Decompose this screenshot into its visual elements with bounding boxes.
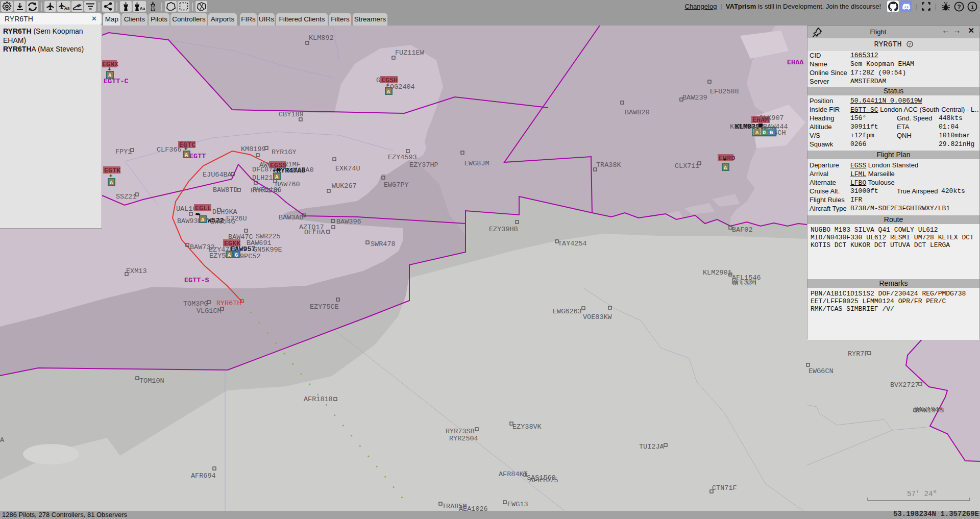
svg-text:EWG13: EWG13	[507, 501, 528, 508]
svg-text:FPY1: FPY1	[115, 148, 132, 156]
svg-text:RYK4136: RYK4136	[251, 187, 280, 194]
svg-text:i: i	[970, 4, 974, 11]
svg-text:BAW8TD: BAW8TD	[213, 186, 238, 194]
svg-text:AFR694: AFR694	[191, 472, 216, 480]
svg-text:?: ?	[957, 4, 961, 11]
svg-text:TUI2JA: TUI2JA	[639, 443, 665, 451]
svg-text:RYR73SB: RYR73SB	[446, 428, 475, 435]
svg-text:K47A0: K47A0	[293, 166, 314, 174]
svg-text:KLM892: KLM892	[309, 34, 334, 42]
svg-text:EGLL: EGLL	[195, 205, 211, 212]
svg-text:EWG8JM: EWG8JM	[464, 160, 489, 167]
svg-text:+: +	[723, 157, 726, 163]
svg-text:TRA38K: TRA38K	[596, 161, 622, 169]
svg-text:57' 24": 57' 24"	[907, 490, 937, 498]
svg-text:SSZ21: SSZ21	[116, 193, 137, 201]
svg-text:EHAA: EHAA	[787, 59, 804, 66]
svg-text:KM8199: KM8199	[241, 145, 266, 153]
svg-text:D: D	[763, 130, 766, 136]
svg-text:CLX711: CLX711	[675, 162, 700, 170]
svg-text:EXK74U: EXK74U	[335, 165, 360, 172]
svg-text:EGTT-S: EGTT-S	[184, 277, 209, 284]
svg-text:BAW194X: BAW194X	[914, 406, 943, 413]
svg-text:WUK267: WUK267	[332, 182, 357, 190]
svg-text:EWG6CN: EWG6CN	[808, 367, 834, 375]
svg-text:RYR1GY: RYR1GY	[272, 149, 297, 156]
svg-text:A: A	[724, 165, 727, 171]
svg-text:EZY4593: EZY4593	[388, 154, 417, 161]
svg-text:BVX2727: BVX2727	[890, 381, 919, 389]
svg-text:DEL321: DEL321	[732, 280, 757, 287]
svg-text:CTN71F: CTN71F	[712, 484, 737, 492]
svg-text:AFR1075: AFR1075	[529, 477, 558, 484]
svg-text:CLF366: CLF366	[157, 146, 182, 154]
svg-text:EWG7PY: EWG7PY	[384, 181, 409, 189]
svg-text:EZY37HP: EZY37HP	[409, 161, 438, 169]
svg-text:AFR84KT: AFR84KT	[499, 471, 528, 478]
svg-text:VOE83KW: VOE83KW	[583, 313, 612, 321]
svg-text:EGTK: EGTK	[104, 167, 121, 175]
svg-text:A: A	[185, 152, 188, 158]
svg-text:OEEHA: OEEHA	[304, 229, 325, 236]
svg-text:EXM13: EXM13	[126, 267, 147, 275]
svg-text:EGTT-C: EGTT-C	[104, 78, 129, 85]
svg-text:EGTT: EGTT	[189, 153, 206, 160]
svg-text:BAW396: BAW396	[336, 218, 361, 226]
svg-text:EZY38VK: EZY38VK	[512, 423, 542, 431]
svg-text:VLG1CM: VLG1CM	[197, 307, 222, 315]
svg-text:G: G	[770, 130, 773, 136]
svg-text:CBY189: CBY189	[279, 111, 304, 118]
svg-text:CLX907: CLX907	[759, 114, 784, 122]
svg-text:A: A	[110, 180, 113, 186]
svg-text:?: ?	[908, 42, 911, 47]
svg-text:BAW93B: BAW93B	[177, 217, 202, 225]
svg-text:AFR1818: AFR1818	[304, 396, 333, 403]
svg-text:TOM10N: TOM10N	[139, 377, 164, 385]
svg-text:A: A	[201, 217, 205, 223]
svg-text:FUZ11EW: FUZ11EW	[395, 49, 425, 57]
svg-text:BAW3AG: BAW3AG	[279, 214, 304, 221]
svg-text:A: A	[387, 89, 390, 95]
svg-text:A: A	[0, 436, 5, 444]
svg-text:EWG6263: EWG6263	[553, 308, 582, 315]
svg-text:EZY75CE: EZY75CE	[310, 303, 339, 311]
svg-text:EFU2588: EFU2588	[710, 88, 739, 95]
svg-text:9PC52: 9PC52	[240, 253, 261, 260]
svg-text:G: G	[376, 77, 380, 84]
svg-text:EHRD: EHRD	[719, 155, 735, 162]
svg-text:TAY4254: TAY4254	[558, 240, 587, 248]
svg-text:EW654G: EW654G	[210, 218, 235, 226]
svg-text:Aa: Aa	[64, 6, 69, 11]
svg-text:RYR6TH: RYR6TH	[216, 300, 241, 307]
svg-text:A: A	[275, 174, 279, 180]
svg-text:A: A	[228, 252, 231, 258]
svg-text:RYR7F: RYR7F	[848, 350, 869, 358]
svg-text:BAW820: BAW820	[625, 109, 650, 116]
svg-text:EZY39HB: EZY39HB	[489, 226, 518, 233]
svg-text:KLM2901: KLM2901	[703, 269, 732, 277]
svg-text:UAL10: UAL10	[176, 205, 197, 213]
svg-text:EJU64BA: EJU64BA	[203, 171, 232, 179]
svg-text:BAW239: BAW239	[682, 94, 707, 102]
svg-text:EZY5: EZY5	[209, 252, 226, 260]
svg-text:A: A	[755, 130, 759, 136]
svg-text:A: A	[108, 72, 112, 79]
svg-text:BAW732: BAW732	[190, 243, 215, 251]
svg-text:RYR2504: RYR2504	[449, 435, 478, 442]
svg-text:BAF02: BAF02	[732, 226, 753, 234]
svg-text:TOM3PG: TOM3PG	[183, 300, 208, 308]
svg-text:SWR478: SWR478	[371, 240, 396, 248]
svg-text:Aa: Aa	[140, 7, 145, 11]
svg-text:G: G	[235, 252, 238, 258]
